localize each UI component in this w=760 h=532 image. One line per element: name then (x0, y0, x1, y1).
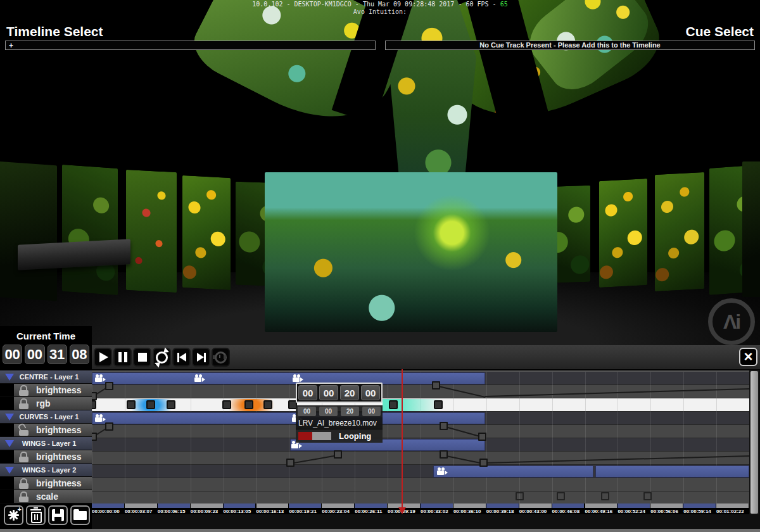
scale-keyframe[interactable] (557, 492, 565, 500)
current-time-digit-2[interactable]: 31 (48, 345, 67, 364)
layer-row-wings-layer-2[interactable]: WINGS - Layer 2 (0, 464, 92, 477)
current-time-digit-0[interactable]: 00 (3, 345, 22, 364)
ruler-segment[interactable]: 00:00:52:24 (618, 504, 650, 514)
property-row-scale[interactable]: scale (0, 490, 92, 504)
envelope-keyframe[interactable] (479, 459, 488, 467)
keyframe[interactable] (263, 400, 272, 409)
ruler-segment[interactable]: 00:00:13:05 (224, 504, 256, 514)
layer-expand-icon[interactable] (5, 374, 14, 381)
ruler-segment[interactable]: 00:00:49:16 (585, 504, 618, 514)
timeline-track-area[interactable] (92, 370, 749, 505)
ruler-segment[interactable]: 00:00:56:06 (650, 504, 683, 514)
lock-icon[interactable] (19, 398, 28, 409)
keyframe[interactable] (167, 400, 175, 409)
open-folder-button[interactable] (70, 505, 90, 525)
keyframe[interactable] (434, 400, 443, 409)
timeline-ruler[interactable]: 00:00:00:0000:00:03:0700:00:06:1500:00:0… (92, 504, 749, 514)
timecode-large-field-1[interactable]: 00 (319, 385, 338, 400)
add-timeline-button[interactable]: + (9, 41, 13, 50)
envelope-keyframe[interactable] (432, 381, 440, 390)
ruler-segment[interactable]: 00:01:02:22 (716, 504, 749, 514)
envelope-keyframe[interactable] (92, 433, 97, 441)
timecode-small-field-1[interactable]: 00 (319, 407, 338, 416)
delete-timeline-button[interactable] (26, 505, 46, 525)
property-row-brightness[interactable]: brightness (0, 450, 92, 464)
timecode-large-field-0[interactable]: 00 (298, 385, 317, 400)
scale-keyframe[interactable] (516, 492, 524, 500)
property-row-brightness[interactable]: brightness (0, 477, 92, 490)
playhead[interactable] (402, 369, 403, 507)
ruler-segment[interactable]: 00:00:19:21 (289, 504, 322, 514)
ruler-segment[interactable]: 00:00:46:08 (552, 504, 585, 514)
pause-button[interactable] (113, 348, 132, 367)
lock-icon[interactable] (19, 452, 28, 462)
clip-loop-toggle[interactable]: Looping (296, 429, 383, 443)
ruler-segment[interactable]: 00:00:39:18 (486, 504, 519, 514)
close-timeline-button[interactable]: × (739, 348, 757, 366)
keyframe[interactable] (222, 400, 231, 409)
ruler-segment[interactable]: 00:00:00:00 (92, 504, 125, 514)
clip-timecode-small: 00002000 (296, 405, 383, 417)
layer-row-wings-layer-1[interactable]: WINGS - Layer 1 (0, 437, 92, 450)
layer-expand-icon[interactable] (5, 440, 14, 447)
current-time-digit-1[interactable]: 00 (25, 345, 44, 364)
vertical-scrollbar[interactable] (750, 370, 759, 514)
property-row-rgb[interactable]: rgb (0, 397, 92, 410)
layer-row-centre-layer-1[interactable]: CENTRE - Layer 1 (0, 370, 92, 384)
keyframe[interactable] (146, 400, 155, 409)
ruler-segment[interactable]: 00:00:16:13 (256, 504, 289, 514)
ruler-segment[interactable]: 00:00:33:02 (421, 504, 453, 514)
envelope-keyframe[interactable] (440, 450, 448, 459)
stop-button[interactable] (133, 348, 151, 367)
envelope-keyframe[interactable] (478, 433, 486, 441)
property-row-brightness[interactable]: brightness (0, 424, 92, 437)
unlock-icon[interactable] (19, 425, 28, 436)
lock-icon[interactable] (19, 478, 28, 489)
keyframe[interactable] (389, 400, 398, 409)
timecode-small-field-3[interactable]: 00 (362, 407, 381, 416)
keyframe[interactable] (244, 400, 253, 409)
property-row-brightness[interactable]: brightness (0, 384, 92, 397)
timecode-small-field-0[interactable]: 00 (298, 407, 316, 416)
envelope-keyframe[interactable] (92, 392, 97, 400)
scale-keyframe[interactable] (601, 492, 609, 500)
envelope-keyframe[interactable] (286, 459, 294, 467)
horizontal-scrollbar[interactable] (0, 529, 760, 532)
timecode-small-field-2[interactable]: 20 (341, 407, 359, 416)
vertical-scrollbar-thumb[interactable] (750, 371, 758, 514)
cue-track-message-bar[interactable]: No Cue Track Present - Please Add this t… (385, 41, 755, 50)
ruler-segment[interactable]: 00:00:23:04 (322, 504, 355, 514)
new-timeline-button[interactable]: + (4, 505, 23, 525)
layer-row-curves-layer-1[interactable]: CURVES - Layer 1 (0, 410, 92, 424)
save-timeline-button[interactable] (48, 505, 68, 525)
ruler-segment[interactable]: 00:00:09:23 (191, 504, 224, 514)
ruler-timecode: 00:01:02:22 (716, 509, 749, 514)
ruler-segment[interactable]: 00:00:36:10 (453, 504, 486, 514)
sync-button[interactable] (212, 348, 230, 367)
layer-expand-icon[interactable] (5, 414, 14, 421)
current-time-digit-3[interactable]: 08 (70, 345, 89, 364)
play-button[interactable] (94, 348, 112, 367)
skip-forward-button[interactable] (192, 348, 210, 367)
ruler-segment[interactable]: 00:00:43:00 (519, 504, 552, 514)
loop-button[interactable] (153, 348, 171, 367)
envelope-keyframe[interactable] (440, 422, 448, 430)
skip-back-button[interactable] (172, 348, 191, 367)
lock-icon[interactable] (19, 491, 28, 502)
timecode-large-field-2[interactable]: 20 (340, 385, 359, 400)
envelope-keyframe[interactable] (105, 422, 113, 431)
layer-column: CENTRE - Layer 1brightnessrgbCURVES - La… (0, 370, 92, 504)
keyframe[interactable] (92, 400, 96, 409)
ruler-segment[interactable]: 00:00:03:07 (125, 504, 158, 514)
timecode-large-field-3[interactable]: 00 (361, 385, 380, 400)
timeline-select-bar[interactable]: + (5, 41, 376, 50)
ruler-segment[interactable]: 00:00:26:11 (355, 504, 388, 514)
ruler-segment[interactable]: 00:00:59:14 (683, 504, 716, 514)
layer-expand-icon[interactable] (5, 467, 14, 474)
keyframe[interactable] (127, 400, 136, 409)
lock-icon[interactable] (19, 385, 28, 396)
envelope-keyframe[interactable] (334, 450, 342, 459)
scale-keyframe[interactable] (643, 492, 652, 500)
ruler-segment[interactable]: 00:00:06:15 (158, 504, 191, 514)
envelope-keyframe[interactable] (105, 382, 113, 390)
